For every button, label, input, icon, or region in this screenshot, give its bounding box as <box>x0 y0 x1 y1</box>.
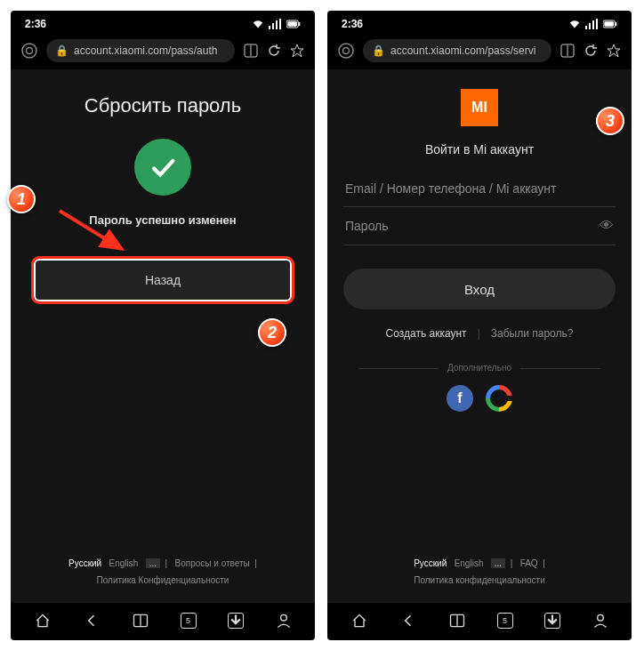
status-bar: 2:36 <box>11 11 315 36</box>
google-icon[interactable] <box>486 385 512 412</box>
create-account-link[interactable]: Создать аккаунт <box>386 327 467 340</box>
url-text: account.xiaomi.com/pass/servi <box>390 44 535 57</box>
phone-left: 1 2 2:36 🔒 account.xiaomi.com/pass/auth … <box>11 11 315 640</box>
back-button[interactable]: Назад <box>34 259 292 301</box>
shield-icon[interactable] <box>338 43 354 59</box>
signal-icon <box>585 19 600 29</box>
lock-icon: 🔒 <box>372 44 385 57</box>
faq-link[interactable]: Вопросы и ответы <box>175 558 250 568</box>
login-title: Войти в Mi аккаунт <box>425 142 534 156</box>
browser-url-bar: 🔒 account.xiaomi.com/pass/auth <box>11 36 315 69</box>
svg-point-14 <box>280 614 286 621</box>
password-placeholder: Пароль <box>345 219 389 233</box>
star-icon[interactable] <box>607 44 621 58</box>
wifi-icon <box>568 19 582 29</box>
svg-rect-3 <box>276 20 278 29</box>
social-login-row: f <box>447 385 512 412</box>
svg-rect-15 <box>585 26 587 29</box>
svg-rect-18 <box>596 19 598 29</box>
url-field[interactable]: 🔒 account.xiaomi.com/pass/auth <box>46 39 235 62</box>
svg-point-23 <box>343 48 350 54</box>
svg-rect-21 <box>604 21 614 26</box>
login-button[interactable]: Вход <box>343 269 616 309</box>
battery-icon <box>286 19 301 29</box>
page-title: Сбросить пароль <box>85 94 241 117</box>
faq-link[interactable]: FAQ <box>520 558 538 568</box>
profile-icon[interactable] <box>592 612 609 630</box>
clock: 2:36 <box>25 18 46 30</box>
svg-point-28 <box>597 614 603 621</box>
library-icon[interactable] <box>132 612 149 630</box>
svg-rect-17 <box>592 20 594 29</box>
annotation-arrow <box>55 206 135 260</box>
annotation-badge-3: 3 <box>596 107 624 135</box>
success-checkmark-icon <box>134 139 191 196</box>
extra-label: Дополнительно <box>447 363 511 373</box>
phone-right: 3 2:36 🔒 account.xiaomi.com/pass/servi M… <box>327 11 632 640</box>
reader-icon[interactable] <box>560 44 575 58</box>
svg-rect-4 <box>279 19 281 29</box>
tabs-button[interactable]: 5 <box>181 613 197 629</box>
browser-navbar: 5 <box>327 603 632 640</box>
svg-rect-1 <box>269 26 270 29</box>
star-icon[interactable] <box>290 44 304 58</box>
facebook-icon[interactable]: f <box>447 385 473 412</box>
lang-more[interactable]: ... <box>146 558 160 568</box>
downloads-button[interactable] <box>228 613 244 629</box>
svg-rect-6 <box>299 22 300 26</box>
lang-en[interactable]: English <box>455 558 484 568</box>
signal-icon <box>269 19 283 29</box>
home-icon[interactable] <box>350 612 368 630</box>
status-bar: 2:36 <box>327 11 632 36</box>
svg-line-0 <box>60 211 122 249</box>
footer-links: Русский English ... | Вопросы и ответы |… <box>68 555 257 594</box>
lang-ru[interactable]: Русский <box>414 558 447 568</box>
email-placeholder: Email / Номер телефона / Mi аккаунт <box>345 181 556 196</box>
url-text: account.xiaomi.com/pass/auth <box>74 44 217 57</box>
tabs-button[interactable]: 5 <box>497 613 513 629</box>
svg-rect-20 <box>616 22 616 26</box>
privacy-link[interactable]: Политика Конфиденциальности <box>97 575 229 585</box>
eye-icon[interactable]: 👁 <box>600 218 614 234</box>
svg-rect-2 <box>272 23 274 29</box>
email-field[interactable]: Email / Номер телефона / Mi аккаунт <box>343 171 616 207</box>
svg-point-8 <box>22 44 36 58</box>
mi-logo: MI <box>461 89 498 126</box>
footer-links: Русский English ... | FAQ | Политика кон… <box>414 555 545 594</box>
battery-icon <box>603 19 617 29</box>
profile-icon[interactable] <box>275 612 293 630</box>
url-field[interactable]: 🔒 account.xiaomi.com/pass/servi <box>363 39 551 62</box>
forgot-password-link[interactable]: Забыли пароль? <box>491 327 574 340</box>
home-icon[interactable] <box>34 612 52 630</box>
clock: 2:36 <box>342 18 363 30</box>
lang-more[interactable]: ... <box>491 558 505 568</box>
browser-url-bar: 🔒 account.xiaomi.com/pass/servi <box>327 36 632 69</box>
svg-point-22 <box>339 44 353 58</box>
lang-ru[interactable]: Русский <box>68 558 101 568</box>
password-field[interactable]: Пароль 👁 <box>343 207 616 245</box>
downloads-button[interactable] <box>544 613 560 629</box>
reload-icon[interactable] <box>584 44 598 58</box>
reader-icon[interactable] <box>244 44 258 58</box>
privacy-link[interactable]: Политика конфиденциальности <box>414 575 545 585</box>
browser-navbar: 5 <box>11 603 315 640</box>
page-content: MI Войти в Mi аккаунт Email / Номер теле… <box>327 69 632 603</box>
svg-point-9 <box>27 48 33 54</box>
svg-rect-16 <box>589 23 591 29</box>
wifi-icon <box>251 19 265 29</box>
lock-icon: 🔒 <box>55 44 68 57</box>
annotation-badge-1: 1 <box>7 185 36 213</box>
status-icons <box>251 19 301 29</box>
annotation-badge-2: 2 <box>258 318 286 347</box>
shield-icon[interactable] <box>21 43 37 59</box>
back-icon[interactable] <box>83 612 101 630</box>
svg-rect-7 <box>287 21 297 26</box>
status-icons <box>568 19 617 29</box>
reload-icon[interactable] <box>267 44 281 58</box>
back-icon[interactable] <box>399 612 417 630</box>
account-links: Создать аккаунт | Забыли пароль? <box>386 327 574 340</box>
library-icon[interactable] <box>448 612 466 630</box>
lang-en[interactable]: English <box>109 558 139 568</box>
